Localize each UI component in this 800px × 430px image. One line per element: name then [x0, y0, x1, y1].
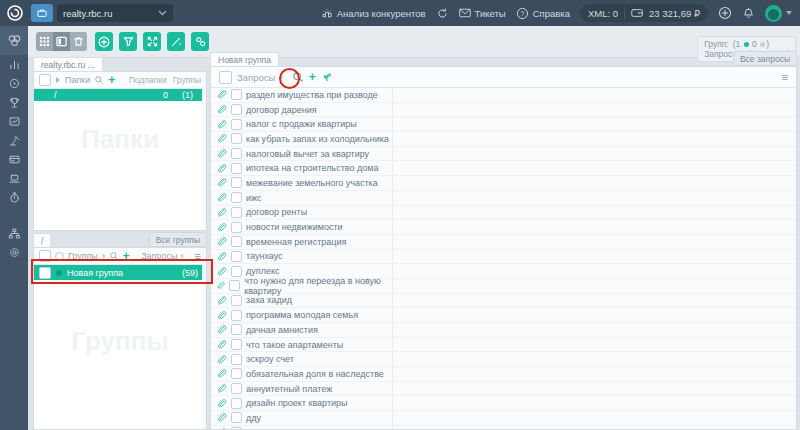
groups-tab[interactable]: / — [33, 233, 51, 247]
query-checkbox[interactable] — [231, 163, 242, 174]
tickets-link[interactable]: Тикеты — [459, 8, 506, 19]
query-row[interactable]: как избавиться от тараканов — [211, 426, 796, 429]
add-group-button[interactable]: + — [123, 251, 130, 261]
folders-scrollbar[interactable] — [202, 72, 206, 230]
link-icon[interactable] — [216, 163, 227, 174]
query-checkbox[interactable] — [231, 177, 242, 188]
link-icon[interactable] — [216, 398, 227, 409]
link-icon[interactable] — [216, 354, 227, 365]
expand-button[interactable] — [143, 32, 161, 51]
query-row[interactable]: налог с продажи квартиры — [211, 117, 796, 132]
query-checkbox[interactable] — [231, 148, 242, 159]
nav-card-icon[interactable] — [0, 150, 28, 169]
nav-keywords-icon[interactable] — [0, 26, 28, 55]
automation-button[interactable] — [191, 32, 209, 51]
link-icon[interactable] — [216, 148, 227, 159]
query-row[interactable]: эскроу счет — [211, 352, 796, 367]
magic-tools-button[interactable] — [167, 32, 185, 51]
link-icon[interactable] — [216, 310, 227, 321]
queries-select-all-checkbox[interactable] — [219, 71, 232, 84]
view-grid-button[interactable] — [36, 32, 53, 51]
link-icon[interactable] — [216, 177, 227, 188]
view-split-button[interactable] — [53, 32, 70, 51]
link-icon[interactable] — [216, 368, 227, 379]
all-queries-button[interactable]: Все запросы — [733, 51, 797, 66]
query-row[interactable]: ижс — [211, 191, 796, 206]
nav-bidder-icon[interactable] — [0, 131, 28, 150]
project-selector[interactable]: realty.rbc.ru — [57, 4, 173, 22]
link-icon[interactable] — [216, 222, 227, 233]
competitors-link[interactable]: Анализ конкурентов — [321, 7, 426, 19]
link-icon[interactable] — [216, 266, 227, 277]
folders-tab[interactable]: realty.rbc.ru ... — [33, 57, 103, 71]
link-icon[interactable] — [216, 133, 227, 144]
search-icon[interactable] — [109, 251, 119, 261]
add-folder-button[interactable]: + — [108, 75, 115, 85]
project-icon-button[interactable] — [31, 4, 53, 22]
add-query-button[interactable]: + — [309, 72, 316, 82]
group-row[interactable]: Новая группа (59) — [34, 265, 206, 280]
user-menu[interactable] — [765, 5, 792, 22]
add-funds-icon[interactable] — [718, 6, 732, 20]
groups-menu-icon[interactable]: ≡ — [195, 250, 201, 262]
query-row[interactable]: аннуитетный платеж — [211, 382, 796, 397]
query-checkbox[interactable] — [231, 207, 242, 218]
col-groups[interactable]: Группы — [173, 75, 201, 85]
query-checkbox[interactable] — [231, 368, 242, 379]
query-checkbox[interactable] — [231, 104, 242, 115]
link-icon[interactable] — [216, 339, 227, 350]
delete-button[interactable] — [70, 32, 87, 51]
query-checkbox[interactable] — [231, 266, 242, 277]
query-row[interactable]: как убрать запах из холодильника — [211, 132, 796, 147]
nav-trophy-icon[interactable] — [0, 93, 28, 112]
sort-icon[interactable]: ▴▾ — [280, 74, 283, 81]
link-icon[interactable] — [216, 427, 227, 429]
nav-sitemap-icon[interactable] — [0, 224, 28, 243]
nav-positions-icon[interactable] — [0, 55, 28, 74]
query-row[interactable]: раздел имущества при разводе — [211, 88, 796, 103]
link-icon[interactable] — [216, 383, 227, 394]
notifications-bell-icon[interactable] — [742, 7, 755, 20]
query-checkbox[interactable] — [231, 89, 242, 100]
query-row[interactable]: договор ренты — [211, 206, 796, 221]
link-icon[interactable] — [216, 236, 227, 247]
query-checkbox[interactable] — [231, 427, 242, 429]
query-row[interactable]: дизайн проект квартиры — [211, 396, 796, 411]
query-row[interactable]: что нужно для переезда в новую квартиру — [211, 279, 796, 294]
link-icon[interactable] — [216, 104, 227, 115]
link-icon[interactable] — [216, 412, 227, 423]
search-icon[interactable] — [94, 75, 104, 85]
col-subfolders[interactable]: Подпапки — [129, 75, 167, 85]
group-checkbox[interactable] — [39, 267, 51, 279]
query-row[interactable]: временная регистрация — [211, 235, 796, 250]
col-queries[interactable]: Запросы — [141, 251, 177, 261]
group-state-icon[interactable] — [55, 252, 64, 261]
auto-select-icon[interactable] — [321, 71, 333, 83]
filter-button[interactable] — [119, 32, 137, 51]
nav-settings-gear-icon[interactable] — [0, 243, 28, 262]
sort-icon[interactable]: ▴▾ — [180, 253, 183, 260]
link-icon[interactable] — [216, 280, 225, 291]
link-icon[interactable] — [216, 192, 227, 203]
sort-icon[interactable]: ▴▾ — [102, 253, 105, 260]
search-queries-icon[interactable] — [292, 71, 304, 83]
query-checkbox[interactable] — [231, 324, 242, 335]
queries-tab[interactable]: Новая группа — [210, 52, 279, 66]
query-row[interactable]: заха хадид — [211, 294, 796, 309]
help-link[interactable]: ? Справка — [516, 7, 570, 20]
query-checkbox[interactable] — [231, 339, 242, 350]
query-checkbox[interactable] — [231, 412, 242, 423]
query-checkbox[interactable] — [231, 398, 242, 409]
query-checkbox[interactable] — [231, 192, 242, 203]
query-checkbox[interactable] — [231, 222, 242, 233]
query-checkbox[interactable] — [231, 354, 242, 365]
link-icon[interactable] — [216, 295, 227, 306]
nav-trend-icon[interactable] — [0, 112, 28, 131]
query-checkbox[interactable] — [231, 119, 242, 130]
query-row[interactable]: программа молодая семья — [211, 308, 796, 323]
folders-select-all-checkbox[interactable] — [39, 74, 51, 86]
add-button[interactable] — [95, 32, 113, 51]
query-row[interactable]: межевание земельного участка — [211, 176, 796, 191]
query-row[interactable]: договор дарения — [211, 103, 796, 118]
query-row[interactable]: дду — [211, 411, 796, 426]
